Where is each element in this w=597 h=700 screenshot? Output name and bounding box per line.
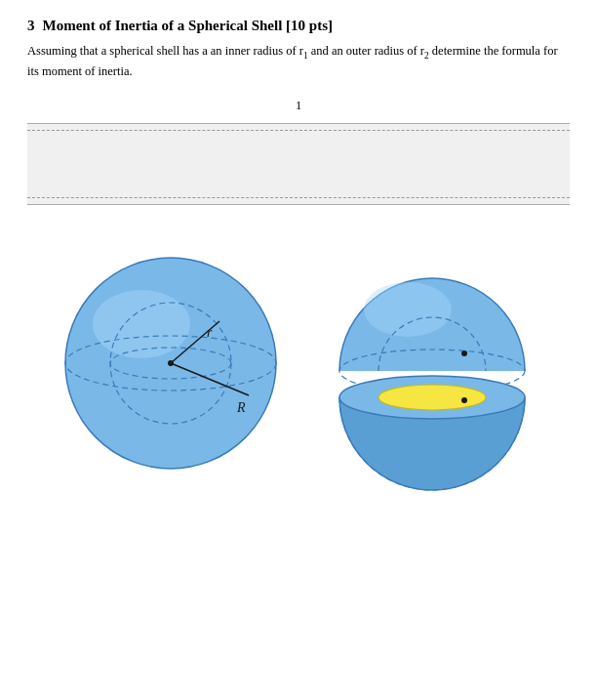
svg-text:r: r <box>207 325 213 340</box>
svg-point-16 <box>378 385 486 410</box>
page-number-label: 1 <box>296 99 301 112</box>
right-sphere-diagram <box>320 236 544 500</box>
section-title: Moment of Inertia of a Spherical Shell [… <box>43 18 333 34</box>
section-header: 3 Moment of Inertia of a Spherical Shell… <box>27 18 570 34</box>
svg-point-17 <box>461 397 467 403</box>
page: 3 Moment of Inertia of a Spherical Shell… <box>0 0 597 700</box>
problem-text: Assuming that a spherical shell has a an… <box>27 42 570 81</box>
page-number: 1 <box>27 99 570 113</box>
svg-text:R: R <box>236 400 246 415</box>
section-number: 3 <box>27 18 35 34</box>
answer-inner <box>27 130 570 198</box>
left-sphere-diagram: r R <box>54 251 288 485</box>
svg-point-13 <box>461 350 467 356</box>
diagram-area: r R <box>27 236 570 500</box>
svg-point-12 <box>364 282 452 337</box>
answer-box <box>27 123 570 205</box>
